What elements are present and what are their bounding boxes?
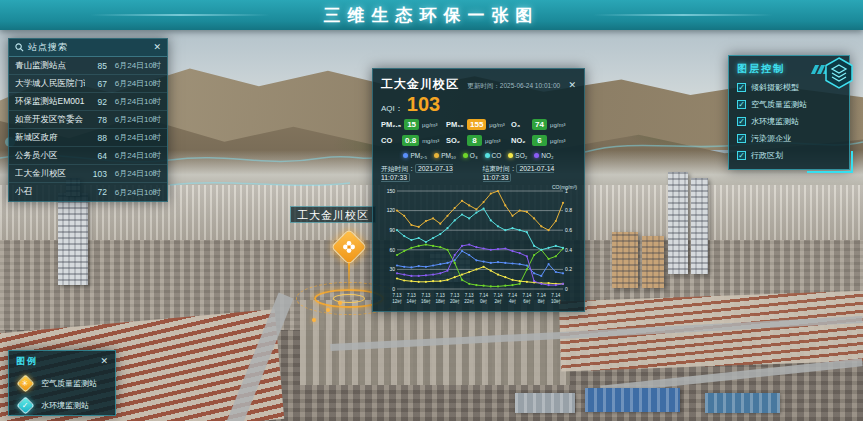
station-name: 公务员小区 bbox=[15, 150, 85, 162]
layer-label: 倾斜摄影模型 bbox=[751, 82, 799, 93]
legend-dot-icon bbox=[485, 153, 490, 158]
close-icon[interactable]: ✕ bbox=[568, 81, 576, 90]
station-list-item[interactable]: 新城区政府 88 6月24日10时 bbox=[9, 129, 167, 147]
map-legend-label: 水环境监测站 bbox=[41, 400, 89, 411]
blue-roof-shed-1 bbox=[585, 388, 680, 412]
checkbox-icon[interactable]: ✓ bbox=[737, 117, 746, 126]
svg-text:0.8: 0.8 bbox=[565, 207, 572, 213]
aqi-label: AQI： bbox=[381, 103, 403, 114]
search-icon bbox=[15, 43, 24, 52]
pollutant-unit: μg/m³ bbox=[550, 138, 565, 144]
svg-text:0.2: 0.2 bbox=[565, 266, 572, 272]
map-legend-panel: 图例 ✕ ✳ 空气质量监测站 ✓ 水环境监测站 bbox=[8, 350, 116, 416]
svg-text:7.148时: 7.148时 bbox=[537, 293, 546, 304]
chart-legend: PM₂.₅ PM₁₀ O₃ CO SO₂ NO₂ bbox=[381, 152, 576, 159]
svg-text:60: 60 bbox=[389, 247, 395, 253]
top-title-bar: 三维生态环保一张图 bbox=[0, 0, 863, 30]
station-name: 大学城人民医院门诊 bbox=[15, 78, 85, 90]
svg-text:0.6: 0.6 bbox=[565, 227, 572, 233]
layer-toggle-item[interactable]: ✓ 空气质量监测站 bbox=[737, 99, 841, 110]
page-title: 三维生态环保一张图 bbox=[324, 4, 540, 27]
building-tan-1 bbox=[612, 232, 638, 288]
update-time: 更新时间：2025-06-24 10:01:00 bbox=[467, 82, 560, 91]
pollutant-unit: μg/m³ bbox=[422, 122, 437, 128]
station-name: 环保监测站EM001 bbox=[15, 96, 85, 108]
layers-hexagon-icon[interactable] bbox=[822, 56, 856, 90]
pollutant-unit: mg/m³ bbox=[422, 138, 439, 144]
gray-shed bbox=[515, 393, 575, 413]
building-tan-2 bbox=[642, 236, 664, 288]
pollutant-unit: μg/m³ bbox=[550, 122, 565, 128]
close-icon[interactable]: ✕ bbox=[100, 357, 108, 366]
station-list-item[interactable]: 环保监测站EM001 92 6月24日10时 bbox=[9, 93, 167, 111]
pollutant-metric: SO₂ 8 μg/m³ bbox=[446, 135, 511, 146]
checkbox-icon[interactable]: ✓ bbox=[737, 83, 746, 92]
station-name: 新城区政府 bbox=[15, 132, 85, 144]
pollutant-metrics: PM₂.₅ 15 μg/m³ PM₁₀ 155 μg/m³ O₃ 74 μg/m… bbox=[381, 119, 576, 146]
svg-text:7.140时: 7.140时 bbox=[479, 293, 488, 304]
station-list-item[interactable]: 青山监测站点 85 6月24日10时 bbox=[9, 57, 167, 75]
layer-panel-title: 图层控制 bbox=[737, 62, 785, 76]
pollutant-metric: CO 0.8 mg/m³ bbox=[381, 135, 446, 146]
station-list-item[interactable]: 公务员小区 64 6月24日10时 bbox=[9, 147, 167, 165]
station-title: 工大金川校区 bbox=[381, 76, 459, 93]
svg-text:150: 150 bbox=[387, 188, 396, 194]
station-update-time: 6月24日10时 bbox=[107, 187, 161, 198]
blue-roof-shed-2 bbox=[705, 393, 780, 413]
title-decoration-right bbox=[593, 14, 773, 16]
chart-legend-item[interactable]: CO bbox=[485, 152, 502, 159]
station-list-item[interactable]: 如意开发区管委会 78 6月24日10时 bbox=[9, 111, 167, 129]
station-list-item[interactable]: 大学城人民医院门诊 67 6月24日10时 bbox=[9, 75, 167, 93]
svg-text:90: 90 bbox=[389, 227, 395, 233]
station-search-header: 站点搜索 ✕ bbox=[9, 39, 167, 57]
station-list-item[interactable]: 工大金川校区 103 6月24日10时 bbox=[9, 165, 167, 183]
legend-series-label: CO bbox=[492, 152, 502, 159]
legend-title: 图例 bbox=[16, 355, 38, 368]
layer-toggle-item[interactable]: ✓ 污染源企业 bbox=[737, 133, 841, 144]
checkbox-icon[interactable]: ✓ bbox=[737, 100, 746, 109]
svg-text:120: 120 bbox=[387, 207, 396, 213]
corner-decoration bbox=[807, 151, 853, 173]
pinwheel-icon bbox=[341, 239, 357, 255]
station-list-item[interactable]: 小召 72 6月24日10时 bbox=[9, 183, 167, 201]
map-legend-item: ✓ 水环境监测站 bbox=[16, 399, 108, 412]
building-tower-1 bbox=[668, 172, 688, 274]
legend-dot-icon bbox=[434, 153, 439, 158]
legend-items: ✳ 空气质量监测站 ✓ 水环境监测站 bbox=[16, 377, 108, 412]
station-update-time: 6月24日10时 bbox=[107, 150, 161, 161]
station-name: 工大金川校区 bbox=[15, 168, 85, 180]
svg-text:CO(mg/m³): CO(mg/m³) bbox=[552, 184, 577, 190]
chart-legend-item[interactable]: O₃ bbox=[463, 152, 478, 159]
chart-legend-item[interactable]: PM₂.₅ bbox=[403, 152, 427, 159]
marker-diamond-icon: ✓ bbox=[16, 396, 34, 414]
chart-legend-item[interactable]: PM₁₀ bbox=[434, 152, 456, 159]
station-search-title: 站点搜索 bbox=[28, 41, 68, 54]
pollutant-metric: NO₂ 6 μg/m³ bbox=[511, 135, 576, 146]
svg-text:7.1318时: 7.1318时 bbox=[435, 293, 445, 304]
time-range-row: 开始时间：2021-07-13 11:07:33 结束时间：2021-07-14… bbox=[381, 164, 576, 181]
pollutant-metric: O₃ 74 μg/m³ bbox=[511, 119, 576, 130]
station-update-time: 6月24日10时 bbox=[107, 60, 161, 71]
app-root: 工大金川校区 三维生态环保一张图 站点搜索 ✕ 青山监测站点 85 6月24日1… bbox=[0, 0, 863, 421]
svg-text:7.1322时: 7.1322时 bbox=[464, 293, 474, 304]
layer-label: 行政区划 bbox=[751, 150, 783, 161]
layer-toggle-item[interactable]: ✓ 水环境监测站 bbox=[737, 116, 841, 127]
pollutant-trend-chart[interactable]: 030609012015000.20.40.60.81CO(mg/m³)7.13… bbox=[381, 184, 578, 312]
chart-legend-item[interactable]: NO₂ bbox=[534, 152, 553, 159]
selected-station-map-label[interactable]: 工大金川校区 bbox=[290, 206, 376, 223]
chart-legend-item[interactable]: SO₂ bbox=[508, 152, 527, 159]
checkbox-icon[interactable]: ✓ bbox=[737, 134, 746, 143]
pollutant-label: NO₂ bbox=[511, 136, 529, 145]
station-update-time: 6月24日10时 bbox=[107, 96, 161, 107]
station-detail-panel: 工大金川校区 更新时间：2025-06-24 10:01:00 ✕ AQI： 1… bbox=[372, 68, 585, 312]
svg-text:7.1312时: 7.1312时 bbox=[392, 293, 402, 304]
station-update-time: 6月24日10时 bbox=[107, 78, 161, 89]
start-time-label: 开始时间： bbox=[381, 165, 415, 172]
legend-dot-icon bbox=[463, 153, 468, 158]
station-name: 青山监测站点 bbox=[15, 60, 85, 72]
checkbox-icon[interactable]: ✓ bbox=[737, 151, 746, 160]
close-icon[interactable]: ✕ bbox=[153, 43, 161, 52]
station-update-time: 6月24日10时 bbox=[107, 132, 161, 143]
pollutant-value-badge: 74 bbox=[532, 119, 547, 130]
map-legend-label: 空气质量监测站 bbox=[41, 378, 97, 389]
